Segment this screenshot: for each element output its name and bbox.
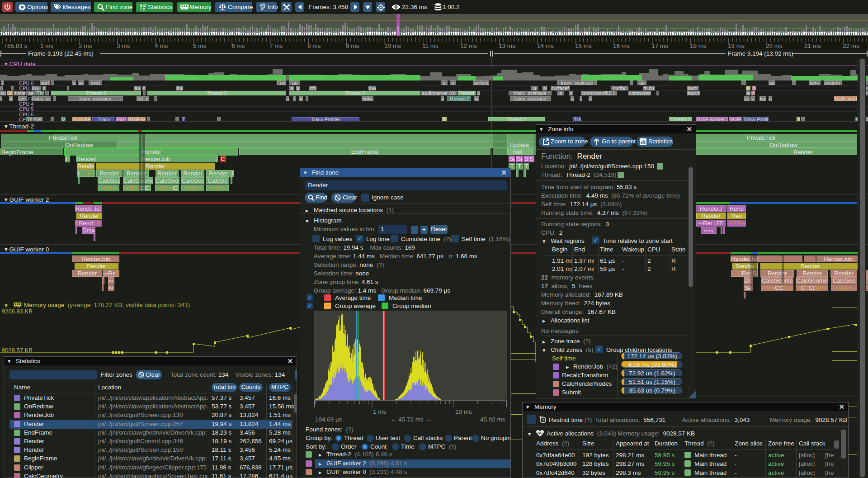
svg-text:5 ms: 5 ms [193,43,207,49]
svg-text:11 ms: 11 ms [422,43,439,49]
svg-text:10 ms: 10 ms [384,43,401,49]
svg-text:20 ms: 20 ms [766,43,783,49]
svg-text:1 ms: 1 ms [40,43,54,49]
svg-text:3 ms: 3 ms [117,43,130,49]
svg-text:2 ms: 2 ms [79,43,92,49]
svg-text:13 ms: 13 ms [499,43,515,49]
svg-text:12 ms: 12 ms [460,43,477,49]
svg-text:15 ms: 15 ms [575,43,592,49]
svg-text:7 ms: 7 ms [269,43,283,49]
svg-text:9 ms: 9 ms [346,43,359,49]
svg-text:4 ms: 4 ms [155,43,168,49]
svg-text:6 ms: 6 ms [231,43,245,49]
svg-text:17 ms: 17 ms [651,43,668,49]
svg-text:22 ms: 22 ms [843,43,859,49]
svg-text:16 ms: 16 ms [613,43,630,49]
svg-text:21 ms: 21 ms [804,43,821,49]
svg-text:19 ms: 19 ms [728,43,745,49]
svg-text:14 ms: 14 ms [537,43,554,49]
svg-text:8 ms: 8 ms [307,43,321,49]
svg-text:+55.83 s: +55.83 s [4,43,27,49]
svg-text:18 ms: 18 ms [690,43,707,49]
